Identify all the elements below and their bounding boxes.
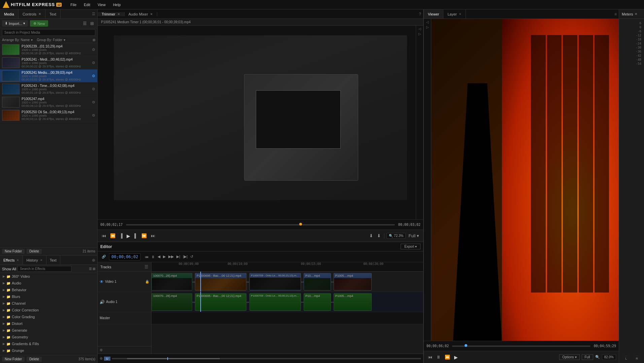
- effects-category-generate[interactable]: ▶ 📁 Generate: [0, 327, 97, 334]
- track-visibility-icon[interactable]: 👁: [100, 279, 104, 284]
- grid-view-btn[interactable]: ⊞: [89, 20, 95, 27]
- editor-loop[interactable]: ↺: [189, 254, 194, 259]
- audio-clip[interactable]: P1005....mp4: [334, 293, 372, 311]
- trimmer-to-start[interactable]: ⏮: [100, 233, 107, 239]
- viewer-side-btn2[interactable]: ▷: [426, 25, 429, 29]
- effects-add-icon[interactable]: ⊕: [92, 258, 95, 263]
- effects-category-blurs[interactable]: ▶ 📁 Blurs: [0, 293, 97, 300]
- trimmer-to-end[interactable]: ⏭: [149, 233, 157, 239]
- timeline-playhead[interactable]: [200, 272, 201, 292]
- viewer-play[interactable]: ▶: [453, 354, 459, 361]
- media-search-input[interactable]: [2, 29, 95, 36]
- audio-track-icon[interactable]: 🔊: [100, 300, 105, 304]
- effects-category-grunge[interactable]: ▶ 📁 Grunge: [0, 347, 97, 354]
- trimmer-progress-bar[interactable]: [126, 224, 395, 225]
- video-clip[interactable]: 100070...28).mp4: [151, 273, 192, 291]
- editor-play[interactable]: ▶: [162, 254, 167, 259]
- trimmer-quality[interactable]: Full ▾: [407, 233, 420, 239]
- close-controls-tab[interactable]: ✕: [38, 12, 41, 16]
- effects-category-geometry[interactable]: ▶ 📁 Geometry: [0, 334, 97, 340]
- media-item-settings[interactable]: ⚙: [92, 113, 95, 118]
- effects-new-folder-button[interactable]: New Folder: [2, 357, 25, 362]
- audio-clip[interactable]: 100070...28).mp4: [151, 293, 192, 311]
- effects-delete-button[interactable]: Delete: [27, 357, 42, 362]
- audio-clip[interactable]: P1000695 - Bac...;00 12;21).mp4: [195, 293, 246, 311]
- close-history-tab[interactable]: ✕: [40, 259, 43, 262]
- media-item[interactable]: P1005250 Oli Sa...0;00;49;13).mp4 1920 x…: [0, 109, 97, 122]
- tab-trimmer[interactable]: Trimmer ✕: [98, 12, 125, 16]
- trimmer-side-btn2[interactable]: ▷: [418, 32, 421, 36]
- effects-category-gradients[interactable]: ▶ 📁 Gradients & Fills: [0, 340, 97, 347]
- tab-text[interactable]: Text: [45, 9, 61, 19]
- effects-category-color-correction[interactable]: ▶ 📁 Color Correction: [0, 307, 97, 313]
- tab-effects[interactable]: Effects ✕: [0, 255, 23, 265]
- media-item-selected[interactable]: P1005241 Mediu...;00;39;03).mp4 1920 x 1…: [0, 69, 97, 83]
- trimmer-step-fwd[interactable]: ⏩: [140, 233, 148, 239]
- tab-viewer[interactable]: Viewer: [424, 9, 443, 19]
- editor-add-track-btn[interactable]: ⊕: [100, 356, 103, 361]
- trimmer-append[interactable]: ⬇: [376, 233, 382, 239]
- arrange-dropdown[interactable]: ▾: [31, 38, 33, 42]
- effects-category-360[interactable]: ▶ 📁 360° Video: [0, 273, 97, 280]
- trimmer-playhead[interactable]: [299, 223, 302, 225]
- editor-to-end[interactable]: |▶|: [182, 254, 189, 259]
- add-track-btn[interactable]: ⊕: [100, 348, 103, 352]
- effects-category-audio[interactable]: ▶ 📁 Audio: [0, 280, 97, 286]
- effects-category-color-grading[interactable]: ▶ 📁 Color Grading: [0, 313, 97, 320]
- tab-history[interactable]: History ✕: [23, 255, 46, 265]
- track-lock-icon[interactable]: 🔒: [145, 280, 149, 283]
- editor-sync-btn[interactable]: U: [104, 357, 110, 361]
- video-clip[interactable]: P1005....mp4: [334, 273, 372, 291]
- menu-file[interactable]: File: [67, 2, 80, 7]
- tab-controls[interactable]: Controls ✕: [19, 9, 45, 19]
- close-meters-btn[interactable]: ✕: [635, 12, 637, 16]
- effects-category-behavior[interactable]: ▶ 📁 Behavior: [0, 286, 97, 293]
- tab-media[interactable]: Media: [0, 9, 19, 19]
- media-item[interactable]: P1005241 - Medi...;00;46;02).mp4 1920 x …: [0, 56, 97, 69]
- close-layer-tab[interactable]: ✕: [459, 12, 462, 16]
- video-clip[interactable]: P1000695 - Bac...;00 12;21).mp4: [195, 273, 246, 291]
- trimmer-mark-in[interactable]: ▐: [118, 233, 124, 239]
- menu-edit[interactable]: Edit: [80, 2, 94, 7]
- menu-view[interactable]: View: [94, 2, 109, 7]
- viewer-progress-bar[interactable]: [452, 345, 590, 347]
- trimmer-viewport[interactable]: ◁ ▷: [98, 26, 423, 219]
- viewer-to-start[interactable]: ⏮: [427, 354, 434, 360]
- import-button[interactable]: ⬇ Import... ▾: [2, 20, 28, 27]
- trimmer-side-btn[interactable]: ◁: [418, 27, 421, 31]
- tab-layer[interactable]: Layer ✕: [443, 9, 466, 19]
- effects-search-input[interactable]: [18, 266, 71, 272]
- close-audio-mixer-tab[interactable]: ✕: [150, 12, 153, 16]
- menu-help[interactable]: Help: [110, 2, 124, 7]
- arrange-options[interactable]: ⊞: [93, 38, 95, 42]
- delete-button[interactable]: Delete: [27, 249, 42, 254]
- new-button[interactable]: ⊕ New: [30, 20, 48, 27]
- media-item[interactable]: P1005247.mp4 1920 x 1080 pixels 00;00;06…: [0, 96, 97, 109]
- editor-timecode[interactable]: 00;00;06;02: [109, 253, 140, 260]
- tracks-options-btn[interactable]: ☰: [144, 264, 148, 269]
- media-item-settings[interactable]: ⚙: [92, 48, 95, 52]
- import-dropdown-icon[interactable]: ▾: [23, 21, 25, 26]
- editor-scroll-bar[interactable]: [112, 358, 421, 359]
- viewer-quality-button[interactable]: Full: [582, 354, 593, 360]
- group-dropdown[interactable]: ▾: [64, 38, 65, 42]
- editor-mark-out[interactable]: ▶▶: [167, 254, 175, 259]
- panel-options-icon[interactable]: ☰: [92, 12, 95, 16]
- video-clip[interactable]: P10....mp4: [304, 273, 331, 291]
- media-item-settings[interactable]: ⚙: [92, 100, 95, 104]
- editor-snap[interactable]: 🔗: [100, 254, 107, 259]
- editor-step-fwd[interactable]: ▶|: [175, 254, 181, 259]
- audio-timeline-track[interactable]: 100070...28).mp4 ⇔ P1000695 - Bac...;00 …: [151, 292, 423, 312]
- editor-to-start[interactable]: ⏮: [144, 254, 149, 259]
- media-item[interactable]: P1005239...(01:10,29).mp4 1920 x 1080 pi…: [0, 43, 97, 56]
- viewer-side-btn[interactable]: ◁: [426, 20, 429, 24]
- close-effects-tab[interactable]: ✕: [16, 259, 19, 262]
- viewer-playhead[interactable]: [465, 344, 467, 347]
- close-trimmer-tab[interactable]: ✕: [117, 12, 120, 16]
- trimmer-insert-at[interactable]: ⬇: [368, 233, 374, 239]
- viewer-pause[interactable]: ⏸: [435, 354, 442, 360]
- editor-mark-in[interactable]: ◀: [157, 254, 161, 259]
- media-item[interactable]: P1005243 - Time...0;00;42;08).mp4 1920 x…: [0, 83, 97, 96]
- export-button[interactable]: Export ▾: [401, 244, 420, 249]
- editor-step-back[interactable]: ⏸: [150, 254, 156, 259]
